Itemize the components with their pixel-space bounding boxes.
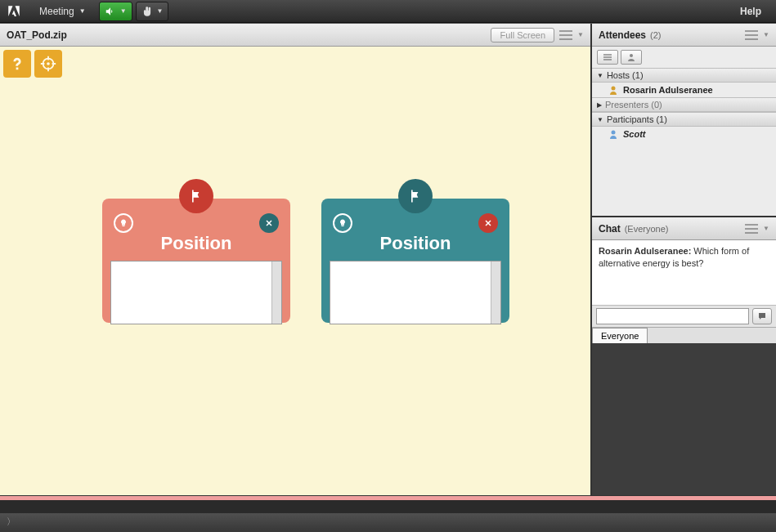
status-bar: 〉 <box>0 513 776 530</box>
chevron-right-icon: ▶ <box>597 101 602 109</box>
meeting-label: Meeting <box>39 6 74 17</box>
bulb-button-teal[interactable] <box>333 213 352 233</box>
speech-bubble-icon <box>756 311 768 321</box>
attendees-count: (2) <box>650 30 661 40</box>
status-prompt: 〉 <box>7 516 16 528</box>
flag-badge-teal <box>398 179 433 213</box>
chat-tabs: Everyone <box>592 327 776 343</box>
bulb-icon <box>338 218 348 228</box>
scrollbar[interactable] <box>491 262 500 324</box>
workspace: OAT_Pod.zip Full Screen ▼ <box>0 23 776 495</box>
chevron-down-icon: ▼ <box>597 72 603 79</box>
scrollbar[interactable] <box>271 262 281 324</box>
share-pod-body: Position Position <box>0 47 590 495</box>
adobe-logo <box>0 0 28 23</box>
question-icon <box>8 55 26 73</box>
pod-menu-caret[interactable]: ▼ <box>763 225 769 232</box>
svg-point-4 <box>612 131 616 135</box>
empty-panel <box>592 343 776 495</box>
target-icon <box>39 55 57 73</box>
bottom-spacer <box>0 500 776 513</box>
card-textarea-teal[interactable] <box>330 261 501 324</box>
close-icon <box>483 218 493 228</box>
right-column: Attendees (2) ▼ ▼ Hosts (1) <box>592 24 776 495</box>
presenters-label: Presenters (0) <box>605 100 662 110</box>
participant-icon <box>608 129 618 139</box>
participants-section-header[interactable]: ▼ Participants (1) <box>592 112 776 127</box>
speaker-button[interactable]: ▼ <box>99 2 132 21</box>
pod-menu-caret[interactable]: ▼ <box>763 31 769 38</box>
flag-badge-red <box>179 179 213 213</box>
target-tool-button[interactable] <box>34 50 62 78</box>
position-card-red[interactable]: Position <box>102 199 290 323</box>
chat-pod-header: Chat (Everyone) ▼ <box>592 217 776 240</box>
chat-messages: Rosarin Adulseranee: Which form of alter… <box>592 240 776 305</box>
attendee-row-participant[interactable]: Scott <box>592 127 776 141</box>
close-button-teal[interactable] <box>478 213 498 233</box>
pod-options-icon[interactable] <box>745 30 758 40</box>
host-icon <box>608 85 618 95</box>
participant-name: Scott <box>623 129 646 139</box>
pod-options-icon[interactable] <box>745 224 758 234</box>
bulb-button-red[interactable] <box>114 213 133 233</box>
close-button-red[interactable] <box>259 213 279 233</box>
card-textarea-red[interactable] <box>110 261 282 324</box>
attendees-body: ▼ Hosts (1) Rosarin Adulseranee ▶ Presen… <box>592 47 776 216</box>
participants-label: Participants (1) <box>607 114 667 124</box>
chat-title: Chat <box>599 223 621 235</box>
card-title-red: Position <box>102 233 290 254</box>
speaker-icon <box>105 6 116 17</box>
hosts-label: Hosts (1) <box>607 70 644 80</box>
flag-icon <box>407 188 424 204</box>
pod-menu-caret[interactable]: ▼ <box>577 31 584 38</box>
list-icon <box>603 53 612 61</box>
hosts-section-header[interactable]: ▼ Hosts (1) <box>592 68 776 83</box>
top-menu-bar: Meeting ▼ ▼ ▼ Help <box>0 0 776 23</box>
chat-tab-everyone[interactable]: Everyone <box>592 328 648 343</box>
raise-hand-button[interactable]: ▼ <box>136 2 169 21</box>
person-icon <box>626 53 636 61</box>
fullscreen-button[interactable]: Full Screen <box>491 28 554 42</box>
flag-icon <box>188 188 204 204</box>
card-title-teal: Position <box>321 233 509 254</box>
chat-send-button[interactable] <box>752 308 772 324</box>
attendees-pod-header: Attendees (2) ▼ <box>592 24 776 47</box>
help-menu[interactable]: Help <box>725 6 776 17</box>
share-pod-title: OAT_Pod.zip <box>7 29 67 41</box>
presenters-section-header[interactable]: ▶ Presenters (0) <box>592 97 776 112</box>
chevron-down-icon: ▼ <box>597 116 603 123</box>
share-pod-header: OAT_Pod.zip Full Screen ▼ <box>0 24 590 47</box>
meeting-menu[interactable]: Meeting ▼ <box>28 0 97 23</box>
help-tool-button[interactable] <box>3 50 31 78</box>
host-name: Rosarin Adulseranee <box>623 85 713 95</box>
view-status-button[interactable] <box>621 50 642 65</box>
chat-pod: Chat (Everyone) ▼ Rosarin Adulseranee: W… <box>592 216 776 343</box>
share-pod: OAT_Pod.zip Full Screen ▼ <box>0 24 592 495</box>
attendees-title: Attendees <box>599 29 646 41</box>
svg-point-3 <box>612 87 616 91</box>
help-label: Help <box>740 6 761 17</box>
attendee-row-host[interactable]: Rosarin Adulseranee <box>592 83 776 97</box>
svg-point-2 <box>630 54 633 57</box>
pod-options-icon[interactable] <box>559 30 572 40</box>
chat-input[interactable] <box>596 308 749 324</box>
position-card-teal[interactable]: Position <box>321 199 509 323</box>
chat-scope: (Everyone) <box>625 224 669 234</box>
chat-sender: Rosarin Adulseranee: <box>599 246 693 256</box>
raise-hand-icon <box>141 6 153 17</box>
view-list-button[interactable] <box>597 50 618 65</box>
bulb-icon <box>119 218 128 228</box>
close-icon <box>264 218 274 228</box>
svg-point-1 <box>47 62 50 65</box>
